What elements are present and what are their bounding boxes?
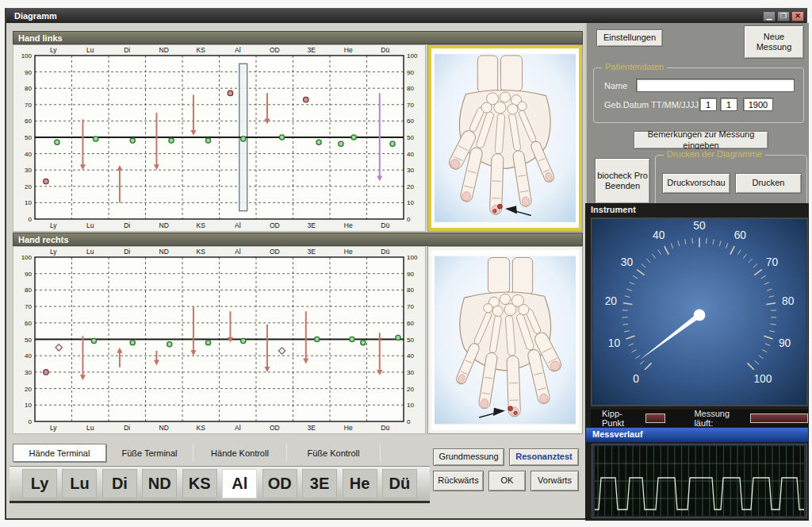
ok-button[interactable]: OK — [488, 471, 526, 491]
svg-text:Lu: Lu — [86, 248, 94, 256]
svg-text:80: 80 — [407, 85, 414, 92]
svg-text:70: 70 — [766, 256, 779, 268]
tab-haende-kontroll[interactable]: Hände Kontroll — [193, 444, 287, 462]
hand-links-chart: 0010102020303040405050606070708080909010… — [13, 44, 426, 232]
svg-text:30: 30 — [407, 167, 414, 174]
meridian-button-ly[interactable]: Ly — [22, 469, 57, 498]
svg-text:OD: OD — [270, 424, 280, 432]
svg-text:20: 20 — [407, 386, 414, 393]
svg-text:30: 30 — [621, 256, 634, 268]
instrument-gauge: 0102030405060708090100 — [591, 217, 808, 406]
svg-text:ND: ND — [159, 248, 169, 256]
svg-text:He: He — [344, 424, 353, 432]
meridian-button-due[interactable]: Dü — [382, 469, 417, 498]
svg-text:50: 50 — [407, 337, 414, 344]
name-input[interactable] — [636, 79, 795, 92]
druckvorschau-button[interactable]: Druckvorschau — [662, 173, 730, 194]
meridian-button-he[interactable]: He — [343, 469, 377, 498]
svg-text:OD: OD — [270, 46, 280, 54]
titlebar[interactable]: Diagramm ▁ ❐ ✕ — [6, 9, 806, 23]
svg-text:10: 10 — [25, 402, 32, 409]
messverlauf-display — [592, 444, 807, 518]
svg-text:80: 80 — [25, 287, 32, 294]
svg-text:KS: KS — [197, 248, 206, 256]
neue-messung-button[interactable]: Neue Messung — [744, 25, 804, 59]
vorwaerts-button[interactable]: Vorwärts — [530, 471, 579, 491]
messverlauf-header: Messverlauf — [586, 428, 808, 442]
svg-text:30: 30 — [25, 369, 32, 376]
svg-text:0: 0 — [633, 373, 639, 385]
svg-text:Di: Di — [124, 46, 130, 54]
svg-text:OD: OD — [270, 221, 280, 229]
drucken-legend: Drucken der Diagramme — [664, 149, 765, 159]
svg-text:100: 100 — [407, 52, 418, 60]
svg-text:10: 10 — [407, 199, 414, 206]
svg-text:60: 60 — [25, 117, 32, 125]
meridian-button-od[interactable]: OD — [262, 469, 297, 498]
svg-text:Al: Al — [235, 248, 241, 256]
resonanztest-button[interactable]: Resonanztest — [509, 448, 579, 466]
hand-illustration-left — [428, 45, 582, 231]
svg-text:OD: OD — [270, 248, 280, 256]
patientendaten-legend: Patientendaten — [602, 62, 667, 71]
meridian-button-nd[interactable]: ND — [142, 469, 177, 498]
svg-text:Ly: Ly — [50, 221, 57, 229]
svg-text:90: 90 — [25, 271, 32, 278]
svg-text:30: 30 — [25, 167, 32, 174]
svg-text:80: 80 — [25, 85, 32, 92]
tab-fuesse-terminal[interactable]: Füße Terminal — [106, 444, 193, 462]
svg-text:60: 60 — [25, 320, 32, 327]
meridian-button-lu[interactable]: Lu — [62, 469, 97, 498]
svg-text:0: 0 — [29, 418, 33, 425]
meridian-button-ks[interactable]: KS — [182, 469, 217, 498]
geb-year-input[interactable] — [743, 98, 773, 111]
svg-text:He: He — [344, 46, 353, 54]
svg-text:70: 70 — [25, 102, 32, 109]
svg-text:Al: Al — [235, 221, 241, 229]
svg-text:40: 40 — [25, 151, 32, 158]
svg-text:0: 0 — [407, 418, 411, 425]
svg-text:KS: KS — [197, 46, 206, 54]
instrument-title: Instrument — [591, 205, 636, 214]
svg-text:80: 80 — [407, 287, 414, 294]
tab-haende-terminal[interactable]: Hände Terminal — [13, 444, 106, 462]
messung-laeuft-label: Messung läuft: — [694, 409, 745, 428]
svg-text:100: 100 — [21, 254, 33, 261]
svg-text:3E: 3E — [308, 424, 316, 432]
svg-text:20: 20 — [25, 386, 32, 393]
svg-text:60: 60 — [407, 320, 414, 327]
restore-icon[interactable]: ❐ — [777, 11, 790, 21]
bemerkungen-button[interactable]: Bemerkungen zur Messung eingeben — [634, 131, 768, 149]
svg-text:90: 90 — [779, 337, 791, 349]
svg-text:Di: Di — [124, 221, 130, 229]
meridian-button-al[interactable]: Al — [222, 469, 257, 498]
name-label: Name — [604, 81, 627, 90]
meridian-selector-strip: Ly Lu Di ND KS Al OD 3E He Dü — [10, 466, 430, 503]
meridian-button-di[interactable]: Di — [102, 469, 137, 498]
svg-text:Al: Al — [235, 424, 241, 432]
geb-month-input[interactable] — [720, 98, 737, 111]
svg-text:100: 100 — [21, 52, 33, 60]
svg-text:50: 50 — [25, 134, 32, 141]
einstellungen-button[interactable]: Einstellungen — [596, 29, 663, 47]
drucken-button[interactable]: Drucken — [735, 173, 802, 194]
tab-fuesse-kontroll[interactable]: Füße Kontroll — [287, 444, 381, 462]
grundmessung-button[interactable]: Grundmessung — [433, 448, 504, 466]
svg-text:40: 40 — [653, 229, 665, 241]
close-icon[interactable]: ✕ — [791, 11, 804, 21]
geb-day-input[interactable] — [699, 98, 717, 111]
svg-text:10: 10 — [25, 199, 32, 206]
svg-text:60: 60 — [734, 229, 747, 241]
svg-text:Ly: Ly — [50, 248, 57, 256]
svg-text:40: 40 — [25, 352, 32, 360]
minimize-icon[interactable]: ▁ — [763, 11, 776, 21]
svg-text:Dü: Dü — [381, 424, 389, 432]
meridian-button-3e[interactable]: 3E — [302, 469, 337, 498]
svg-text:10: 10 — [407, 402, 414, 409]
svg-text:ND: ND — [159, 46, 169, 54]
biocheck-beenden-button[interactable]: biocheck Pro Beenden — [595, 158, 650, 204]
svg-text:ND: ND — [159, 221, 169, 229]
kipp-punkt-label: Kipp-Punkt — [602, 409, 641, 428]
svg-text:50: 50 — [693, 220, 706, 232]
rueckwaerts-button[interactable]: Rückwärts — [433, 471, 484, 491]
